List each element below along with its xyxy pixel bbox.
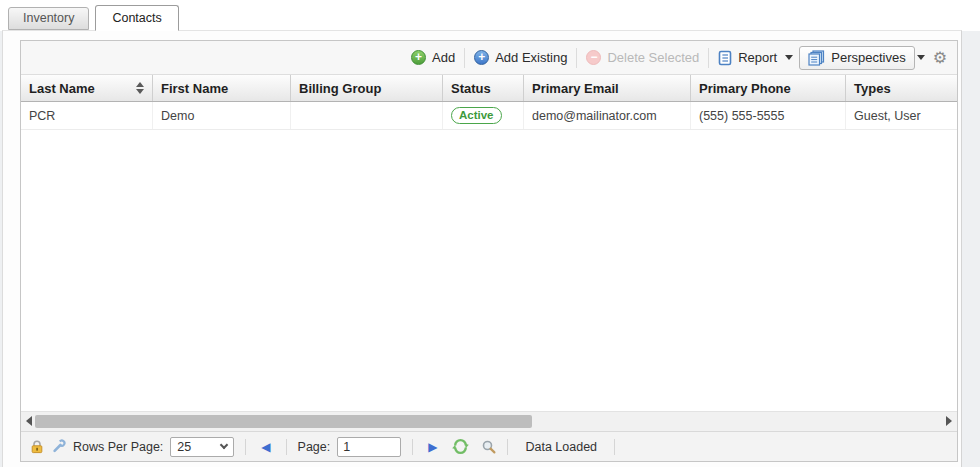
grid-body-empty-area [21,130,957,411]
add-plus-icon: + [411,50,426,65]
previous-page-button[interactable]: ◀ [257,440,274,454]
sort-icon[interactable] [136,82,144,94]
footer-separator [507,439,508,455]
report-icon [718,50,732,66]
page-input[interactable] [337,437,401,457]
horizontal-scrollbar[interactable] [21,411,957,431]
cell-primary-phone: (555) 555-5555 [691,102,846,129]
add-button[interactable]: + Add [405,47,461,68]
column-header-first-name[interactable]: First Name [153,75,291,101]
footer-separator [614,439,615,455]
contacts-grid-panel: + Add + Add Existing − Delete Selected R… [20,40,958,462]
tab-inventory[interactable]: Inventory [8,7,89,30]
rows-per-page-label: Rows Per Page: [73,440,163,454]
delete-minus-icon: − [586,50,601,65]
delete-selected-button-label: Delete Selected [607,50,699,65]
column-header-types[interactable]: Types [846,75,957,101]
column-header-label: Status [451,81,515,96]
tab-contacts[interactable]: Contacts [95,5,178,31]
column-header-status[interactable]: Status [443,75,524,101]
column-header-label: Billing Group [299,81,434,96]
cell-primary-email: demo@mailinator.com [524,102,691,129]
report-caret-icon [785,55,793,60]
cell-last-name: PCR [21,102,153,129]
column-header-label: Types [854,81,949,96]
footer-separator [286,439,287,455]
pagination-bar: Rows Per Page: 25 ◀ Page: ▶ Data L [21,431,957,461]
footer-separator [245,439,246,455]
perspectives-caret-icon[interactable] [917,55,925,60]
column-header-billing-group[interactable]: Billing Group [291,75,443,101]
column-header-label: Primary Email [532,81,682,96]
perspectives-icon [808,50,825,66]
scroll-left-arrow-icon[interactable] [26,416,32,426]
toolbar-separator [464,48,465,68]
refresh-icon[interactable] [452,438,469,455]
column-header-label: Primary Phone [699,81,837,96]
add-existing-button[interactable]: + Add Existing [468,47,573,68]
footer-separator [412,439,413,455]
status-badge: Active [451,107,502,124]
column-header-primary-phone[interactable]: Primary Phone [691,75,846,101]
scrollbar-thumb[interactable] [35,415,532,428]
table-row[interactable]: PCR Demo Active demo@mailinator.com (555… [21,102,957,130]
next-page-button[interactable]: ▶ [424,440,441,454]
report-button-label: Report [738,50,777,65]
column-header-primary-email[interactable]: Primary Email [524,75,691,101]
delete-selected-button[interactable]: − Delete Selected [580,47,705,68]
cell-first-name: Demo [153,102,291,129]
chevron-down-icon [220,441,228,449]
add-button-label: Add [432,50,455,65]
perspectives-button[interactable]: Perspectives [799,46,914,70]
rows-per-page-select[interactable]: 25 [170,437,234,457]
data-loaded-status: Data Loaded [525,440,597,454]
add-existing-button-label: Add Existing [495,50,567,65]
toolbar-separator [708,48,709,68]
wrench-icon[interactable] [51,439,66,454]
search-icon[interactable] [482,440,496,454]
column-header-last-name[interactable]: Last Name [21,75,153,101]
cell-types: Guest, User [846,102,957,129]
column-header-label: First Name [161,81,282,96]
report-button[interactable]: Report [712,47,799,69]
scroll-right-arrow-icon[interactable] [946,416,952,426]
lock-icon[interactable] [30,439,44,454]
toolbar-separator [576,48,577,68]
grid-toolbar: + Add + Add Existing − Delete Selected R… [21,41,957,75]
page-label: Page: [298,440,331,454]
cell-status: Active [443,102,524,129]
gear-icon[interactable]: ⚙ [933,50,947,66]
cell-billing-group [291,102,443,129]
rows-per-page-value: 25 [177,440,191,454]
table-header-row: Last Name First Name Billing Group Statu… [21,75,957,102]
add-existing-plus-icon: + [474,50,489,65]
perspectives-button-label: Perspectives [831,50,905,65]
tab-bar: Inventory Contacts [8,4,185,30]
column-header-label: Last Name [29,81,130,96]
